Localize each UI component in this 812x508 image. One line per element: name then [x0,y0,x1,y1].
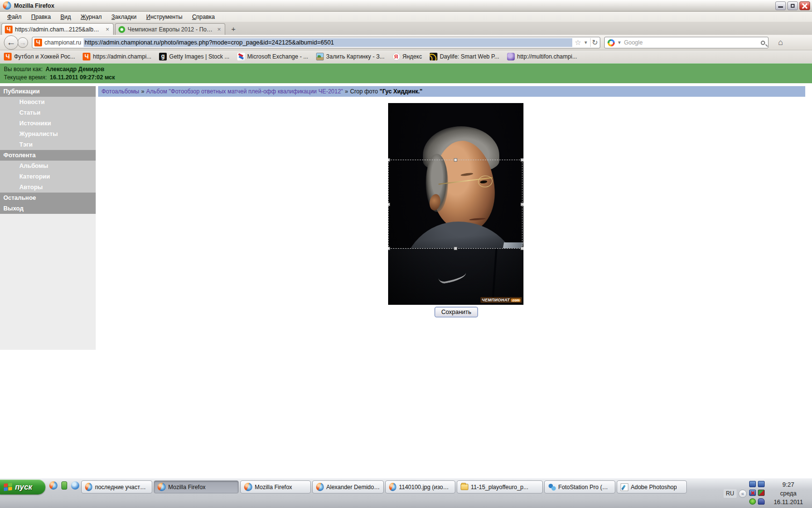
browser-quicklaunch-icon[interactable] [71,481,79,490]
firefox-quicklaunch-icon[interactable] [49,481,58,490]
search-box[interactable]: ▼ Google [604,37,768,48]
tab-close-icon[interactable]: × [104,26,110,33]
task-fotostation[interactable]: FotoStation Pro (RED... [544,480,615,493]
bookmark-multifon[interactable]: http://multifon.champi... [507,53,577,60]
home-button[interactable]: ⌂ [774,36,787,49]
task-mozilla-firefox-active[interactable]: Mozilla Firefox [154,480,239,493]
sidebar-item-news[interactable]: Новости [0,97,96,107]
firefox-icon [3,1,11,10]
bookmark-star-icon[interactable]: ☆ [575,38,581,47]
menu-bookmarks[interactable]: Закладки [107,13,141,21]
menu-file[interactable]: Файл [3,13,26,21]
user-info-bar: Вы вошли как:Александр Демидов Текущее в… [0,63,812,83]
bookmark-football-hockey[interactable]: ЧФутбол и Хоккей Рос... [4,53,75,60]
close-button[interactable] [799,1,810,10]
reload-icon[interactable]: ↻ [590,38,598,47]
start-button[interactable]: пуск [0,479,45,494]
breadcrumb-link-photoalbums[interactable]: Фотоальбомы [102,88,139,95]
minimize-button[interactable] [775,1,786,10]
system-tray: RU « 9:27 среда 16.11.2011 [724,478,812,508]
vehicle-icon[interactable] [758,498,765,505]
search-icon[interactable] [761,41,765,45]
back-button[interactable]: ← [4,35,18,50]
sidebar-section-photofeed[interactable]: Фотолента [0,150,96,161]
search-engine-dropdown-icon[interactable]: ▼ [617,40,622,45]
crop-handle-top-right[interactable] [521,158,523,162]
crop-handle-top-left[interactable] [388,158,390,162]
taskbar-clock[interactable]: 9:27 среда 16.11.2011 [769,480,807,507]
language-indicator[interactable]: RU [724,489,737,498]
bookmarks-toolbar: ЧФутбол и Хоккей Рос... Чhttps://admin.c… [0,50,812,63]
folder-icon [461,484,468,490]
task-image-jpg[interactable]: 1140100.jpg (изобра... [385,480,455,493]
bookmark-daylife[interactable]: Daylife: Smart Web P... [430,53,499,60]
sidebar-item-articles[interactable]: Статьи [0,107,96,118]
phone-quicklaunch-icon[interactable] [61,481,67,490]
crop-handle-top-middle[interactable] [454,158,457,162]
sidebar-item-categories[interactable]: Категории [0,171,96,182]
exchange-icon [237,53,245,60]
task-alexander-demidov[interactable]: Alexander Demidov ... [312,480,384,493]
save-button[interactable]: Сохранить [435,307,478,317]
forward-button[interactable]: → [17,37,28,48]
url-bar[interactable]: Ч championat.ru https://admin.championat… [32,37,600,48]
menu-history[interactable]: Журнал [76,13,106,21]
taskbar: пуск последние участник... Mozilla Firef… [0,478,812,508]
sidebar-item-albums[interactable]: Альбомы [0,161,96,171]
tray-chevron-button[interactable]: « [739,490,747,498]
current-time: 16.11.2011 09:27:02 мск [50,74,115,82]
sidebar-item-tags[interactable]: Тэги [0,139,96,150]
bookmark-admin-championat[interactable]: Чhttps://admin.champi... [83,53,151,60]
webcam-icon [507,53,515,60]
sidebar-item-journalists[interactable]: Журналисты [0,129,96,139]
window-titlebar: Mozilla Firefox [0,0,812,12]
crop-selection[interactable] [388,160,522,249]
sidebar-item-authors[interactable]: Авторы [0,182,96,193]
photo-guus-hiddink: ЧЕМПИОНАТ .com [388,103,523,305]
crop-handle-middle-right[interactable] [521,203,523,206]
image-icon [316,53,324,60]
antivirus-icon[interactable] [758,490,765,496]
sidebar-item-logout[interactable]: Выход [0,203,96,214]
navigation-toolbar: ← → Ч championat.ru https://admin.champi… [0,35,812,50]
url-input[interactable]: https://admin.championat.ru/photo/images… [84,38,572,47]
bookmark-getty-images[interactable]: gGetty Images | Stock ... [159,53,230,60]
breadcrumb-separator: » [141,88,145,95]
firefox-icon [316,483,324,491]
task-folder-playoffeuro[interactable]: 11-15_playoffeuro_p... [457,480,543,493]
search-input[interactable]: Google [624,39,758,46]
breadcrumb-link-album[interactable]: Альбом "Фотообзор ответных матчей плей-о… [146,88,343,95]
sidebar-section-other[interactable]: Остальное [0,193,96,203]
sidebar-background [0,214,96,350]
restore-icon [791,4,795,8]
task-last-participants[interactable]: последние участник... [81,480,152,493]
crop-handle-bottom-middle[interactable] [454,247,457,250]
menu-help[interactable]: Справка [188,13,219,21]
crop-handle-bottom-right[interactable] [521,247,523,250]
menu-bar: Файл Правка Вид Журнал Закладки Инструме… [0,12,812,22]
messenger-icon[interactable] [749,498,756,505]
menu-edit[interactable]: Правка [27,13,56,21]
restore-button[interactable] [787,1,798,10]
bookmark-upload-image[interactable]: Залить Картинку - З... [316,53,385,60]
menu-view[interactable]: Вид [56,13,75,21]
task-photoshop[interactable]: Adobe Photoshop [617,480,687,493]
sidebar-section-publications[interactable]: Публикации [0,86,96,97]
crop-handle-bottom-left[interactable] [388,247,390,250]
task-mozilla-firefox[interactable]: Mozilla Firefox [240,480,311,493]
network-icon[interactable] [749,481,756,487]
sidebar-item-sources[interactable]: Источники [0,118,96,129]
network-icon-2[interactable] [758,481,765,487]
menu-tools[interactable]: Инструменты [142,13,187,21]
tab-championat-euro[interactable]: Чемпионат Европы 2012 - Португалия ... × [115,23,225,35]
new-tab-button[interactable]: + [228,24,239,34]
urlbar-dropdown-icon[interactable]: ▼ [584,40,588,45]
breadcrumb-separator: » [345,88,348,95]
network-disconnected-icon[interactable] [749,490,756,496]
crop-handle-middle-left[interactable] [388,203,390,206]
bookmark-yandex[interactable]: ЯЯндекс [392,53,422,60]
bookmark-ms-exchange[interactable]: Microsoft Exchange - ... [237,53,308,60]
tab-close-icon[interactable]: × [216,26,222,33]
tab-admin-championat[interactable]: Ч https://admin.cham...2125&albumid=6501… [1,23,114,35]
yandex-icon: Я [392,53,400,60]
